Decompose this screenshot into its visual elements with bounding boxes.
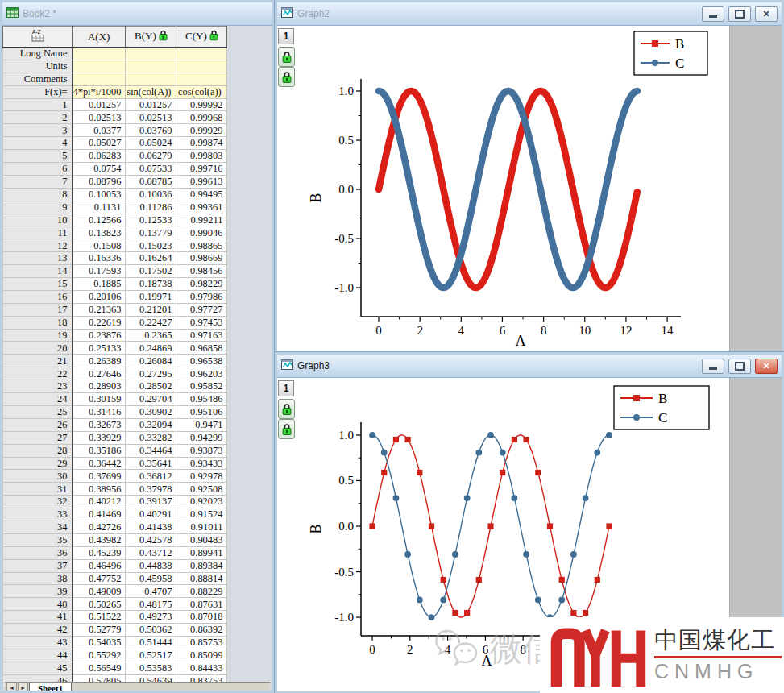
row-header[interactable]: 24 xyxy=(3,393,73,406)
cell[interactable]: 4*pi*i/1000 xyxy=(73,85,126,98)
cell[interactable] xyxy=(73,60,126,73)
cell[interactable] xyxy=(176,48,227,60)
cell[interactable]: 0.96538 xyxy=(176,355,227,367)
cell[interactable]: 0.17593 xyxy=(73,265,126,278)
cell[interactable]: sin(col(A)) xyxy=(126,85,176,98)
cell[interactable]: 0.32673 xyxy=(73,418,126,431)
minimize-button[interactable] xyxy=(702,359,724,374)
cell[interactable]: 0.98456 xyxy=(176,265,227,278)
worksheet-table[interactable]: A-ZA(X)B(Y)C(Y)Long NameUnitsCommentsF(x… xyxy=(2,26,227,688)
book2-titlebar[interactable]: Book2 * xyxy=(2,2,272,26)
cell[interactable]: 0.33282 xyxy=(126,431,176,444)
cell[interactable]: 0.42578 xyxy=(126,533,176,546)
row-header[interactable]: 35 xyxy=(3,533,73,546)
graph2-plot[interactable]: 024681012141.00.50.0-0.5-1.0BCAB xyxy=(277,26,729,351)
cell[interactable]: 0.95106 xyxy=(176,405,227,418)
cell[interactable]: 0.43712 xyxy=(126,546,176,559)
row-header[interactable]: 4 xyxy=(3,137,73,150)
cell[interactable]: 0.36442 xyxy=(73,457,126,470)
restore-button[interactable] xyxy=(728,6,751,22)
cell[interactable]: 0.01257 xyxy=(126,98,176,111)
cell[interactable]: 0.10053 xyxy=(73,188,126,201)
legend[interactable]: BC xyxy=(634,31,707,75)
row-header[interactable]: 45 xyxy=(3,662,73,674)
cell[interactable]: 0.99968 xyxy=(176,111,227,124)
cell[interactable]: 0.88814 xyxy=(176,572,227,585)
row-header[interactable]: 12 xyxy=(3,239,73,252)
cell[interactable]: 0.20106 xyxy=(73,290,126,303)
cell[interactable]: 0.05024 xyxy=(126,137,176,150)
row-header[interactable]: 27 xyxy=(3,431,73,444)
column-header[interactable]: A(X) xyxy=(73,27,126,48)
cell[interactable]: 0.93873 xyxy=(176,444,227,457)
row-header[interactable]: 39 xyxy=(3,585,73,598)
cell[interactable]: 0.25133 xyxy=(73,342,126,355)
row-header[interactable]: 9 xyxy=(3,201,73,214)
cell[interactable]: 0.22619 xyxy=(73,316,126,329)
cell[interactable]: 0.97453 xyxy=(176,316,227,329)
cell[interactable]: 0.99046 xyxy=(176,226,227,239)
row-header[interactable]: 7 xyxy=(3,175,73,188)
row-header[interactable]: 5 xyxy=(3,150,73,163)
cell[interactable]: 0.36812 xyxy=(126,470,176,483)
cell[interactable]: 0.41469 xyxy=(73,508,126,521)
cell[interactable]: 0.35186 xyxy=(73,444,126,457)
cell[interactable]: 0.45958 xyxy=(126,572,176,585)
cell[interactable]: 0.99361 xyxy=(176,201,227,214)
row-header[interactable]: 29 xyxy=(3,457,73,470)
cell[interactable]: 0.51522 xyxy=(73,611,126,624)
cell[interactable]: 0.34464 xyxy=(126,444,176,457)
cell[interactable]: 0.39137 xyxy=(126,496,176,508)
cell[interactable]: 0.08796 xyxy=(73,175,126,188)
restore-button[interactable] xyxy=(728,359,751,374)
cell[interactable]: 0.96203 xyxy=(176,367,227,380)
cell[interactable]: 0.16264 xyxy=(126,252,176,265)
cell[interactable]: 0.95852 xyxy=(176,380,227,393)
tab-scroll-left-button[interactable]: ◄ xyxy=(6,683,17,691)
cell[interactable]: 0.01257 xyxy=(73,98,126,111)
cell[interactable]: 0.06279 xyxy=(126,150,176,163)
row-header[interactable]: 20 xyxy=(3,342,73,355)
row-label[interactable]: Comments xyxy=(3,73,73,85)
cell[interactable]: 0.55292 xyxy=(73,649,126,662)
cell[interactable]: 0.37699 xyxy=(73,470,126,483)
cell[interactable]: 0.99613 xyxy=(176,175,227,188)
cell[interactable]: 0.06283 xyxy=(73,150,126,163)
row-header[interactable]: 18 xyxy=(3,316,73,329)
minimize-button[interactable] xyxy=(702,6,724,22)
cell[interactable]: 0.53583 xyxy=(126,662,176,674)
cell[interactable]: 0.42726 xyxy=(73,521,126,533)
cell[interactable]: 0.99929 xyxy=(176,124,227,137)
row-header[interactable]: 17 xyxy=(3,303,73,316)
cell[interactable]: 0.87018 xyxy=(176,611,227,624)
cell[interactable]: 0.49273 xyxy=(126,611,176,624)
row-header[interactable]: 11 xyxy=(3,226,73,239)
row-header[interactable]: 23 xyxy=(3,380,73,393)
cell[interactable]: 0.85099 xyxy=(176,649,227,662)
cell[interactable]: 0.48175 xyxy=(126,598,176,611)
cell[interactable]: 0.50362 xyxy=(126,624,176,637)
cell[interactable] xyxy=(73,73,126,85)
cell[interactable]: 0.30159 xyxy=(73,393,126,406)
cell[interactable]: 0.92508 xyxy=(176,483,227,496)
cell[interactable]: 0.10036 xyxy=(126,188,176,201)
cell[interactable]: 0.85753 xyxy=(176,636,227,649)
cell[interactable]: 0.16336 xyxy=(73,252,126,265)
lock-icon[interactable] xyxy=(278,399,295,419)
row-header[interactable]: 3 xyxy=(3,124,73,137)
cell[interactable]: 0.40212 xyxy=(73,496,126,508)
cell[interactable]: 0.99992 xyxy=(176,98,227,111)
cell[interactable]: 0.24869 xyxy=(126,342,176,355)
column-header[interactable]: B(Y) xyxy=(126,27,176,48)
cell[interactable]: 0.18738 xyxy=(126,278,176,291)
cell[interactable]: 0.27295 xyxy=(126,367,176,380)
cell[interactable]: 0.91011 xyxy=(176,521,227,533)
cell[interactable] xyxy=(126,60,176,73)
cell[interactable]: 0.30902 xyxy=(126,405,176,418)
cell[interactable]: 0.28502 xyxy=(126,380,176,393)
graph3-titlebar[interactable]: Graph3 ✕ xyxy=(277,355,782,378)
row-header[interactable]: 6 xyxy=(3,163,73,176)
cell[interactable]: 0.92023 xyxy=(176,496,227,508)
row-header[interactable]: 34 xyxy=(3,521,73,533)
table-corner-cell[interactable]: A-Z xyxy=(3,27,73,48)
